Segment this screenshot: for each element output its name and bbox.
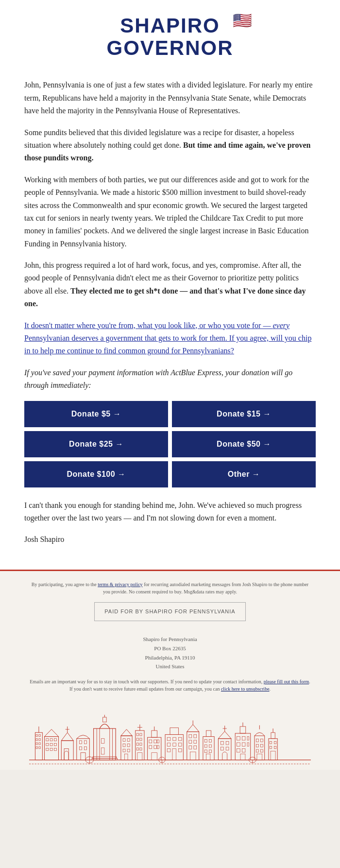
email-container: SHAPIRO GOVERNOR 🇺🇸 John, Pennsylvania i… (0, 0, 340, 770)
email-footer: By participating, you agree to the terms… (0, 571, 340, 770)
email-body: John, Pennsylvania is one of just a few … (0, 69, 340, 569)
donate-5-button[interactable]: Donate $5 → (24, 401, 168, 427)
fill-form-link[interactable]: please fill out this form (264, 679, 309, 684)
paragraph-2: Some pundits believed that this divided … (24, 126, 316, 165)
address-line2: PO Box 22635 (154, 645, 186, 651)
unsubscribe-end: . (270, 686, 271, 692)
donate-100-button[interactable]: Donate $100 → (24, 461, 168, 487)
legal-before: By participating, you agree to the (32, 582, 98, 587)
paragraph-3: Working with members of both parties, we… (24, 174, 316, 250)
donate-other-button[interactable]: Other → (172, 461, 316, 487)
paragraph-5-link[interactable]: It doesn't matter where you're from, wha… (24, 319, 316, 358)
unsubscribe-text: Emails are an important way for us to st… (29, 678, 311, 693)
donate-50-button[interactable]: Donate $50 → (172, 431, 316, 457)
skyline-illustration (29, 700, 311, 765)
address-block: Shapiro for Pennsylvania PO Box 22635 Ph… (29, 635, 311, 671)
donate-15-button[interactable]: Donate $15 → (172, 401, 316, 427)
donate-25-button[interactable]: Donate $25 → (24, 431, 168, 457)
link-text-part1: It doesn't matter where you're from, wha… (24, 321, 311, 355)
terms-privacy-link[interactable]: terms & privacy policy (98, 582, 142, 587)
donation-grid: Donate $5 → Donate $15 → Donate $25 → Do… (24, 401, 316, 487)
email-header: SHAPIRO GOVERNOR 🇺🇸 (0, 0, 340, 69)
flag-emoji: 🇺🇸 (233, 12, 253, 29)
closing-paragraph: I can't thank you enough for standing be… (24, 499, 316, 525)
address-line4: United States (156, 663, 185, 669)
address-line1: Shapiro for Pennsylvania (143, 636, 197, 642)
logo-line2: GOVERNOR (106, 36, 233, 59)
legal-text: By participating, you agree to the terms… (29, 581, 311, 595)
paid-for-label: PAID FOR BY SHAPIRO FOR PENNSYLVANIA (94, 602, 245, 622)
unsubscribe-before: Emails are an important way for us to st… (30, 679, 264, 684)
logo: SHAPIRO GOVERNOR 🇺🇸 (106, 15, 233, 59)
actblue-note: If you've saved your payment information… (24, 366, 316, 392)
address-line3: Philadelphia, PA 19110 (145, 655, 195, 660)
paragraph-4: John, this progress required a lot of ha… (24, 259, 316, 311)
logo-line1: SHAPIRO (120, 14, 220, 37)
unsubscribe-link[interactable]: click here to unsubscribe (221, 686, 270, 692)
signature: Josh Shapiro (24, 533, 316, 546)
paragraph-1: John, Pennsylvania is one of just a few … (24, 79, 316, 117)
